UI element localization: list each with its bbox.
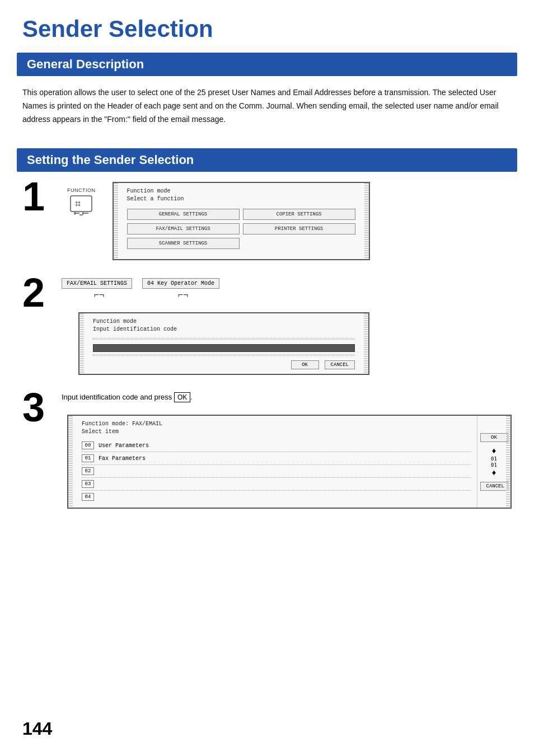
list-item-4[interactable]: 04 [82, 491, 471, 503]
ok-cancel-row: OK CANCEL [93, 360, 355, 369]
svg-text:⌗: ⌗ [75, 198, 81, 209]
step-3-instruction: Input identification code and press OK. [62, 393, 512, 401]
item-0-num: 00 [82, 442, 94, 449]
screen-dotted-right [364, 183, 369, 259]
fax-screen-main: Function mode: FAX/EMAIL Select item 00 … [76, 416, 477, 508]
item-3-num: 03 [82, 480, 94, 488]
item-0-label: User Parameters [99, 443, 149, 449]
fax-email-label-box: FAX/EMAIL SETTINGS [62, 278, 132, 289]
screen-2-dotted-left [79, 313, 84, 374]
scroll-down-icon[interactable]: ♦ [491, 468, 496, 477]
step-3-content: Input identification code and press OK. … [62, 393, 512, 509]
step-3: 3 Input identification code and press OK… [17, 393, 517, 509]
screen-dotted-left [114, 183, 118, 259]
screen-3-dotted-right [506, 416, 510, 508]
setting-section-header: Setting the Sender Selection [17, 148, 517, 172]
fax-email-settings-btn[interactable]: FAX/EMAIL SETTINGS [127, 223, 240, 234]
screen-2-inner: Function mode Input identification code [93, 318, 355, 369]
step-2-content: FAX/EMAIL SETTINGS ⌐¬ 04 Key Operator Mo… [62, 278, 512, 375]
item-2-num: 02 [82, 467, 94, 475]
item-1-label: Fax Parameters [99, 456, 146, 462]
step-1-screen: Function mode Select a function GENERAL … [113, 182, 370, 260]
general-description-text: This operation allows the user to select… [22, 86, 512, 126]
page-title: Sender Selection [0, 0, 534, 53]
item-1-num: 01 [82, 454, 94, 462]
list-item-2[interactable]: 02 [82, 465, 471, 478]
step2-arrow1: ⌐¬ [94, 290, 105, 300]
setting-section: 1 FUNCTION ⌗ [17, 182, 517, 509]
svg-rect-0 [71, 196, 92, 212]
step-1-content: FUNCTION ⌗ [62, 182, 512, 260]
screen-1-title: Function mode Select a function [127, 187, 355, 203]
fax-screen-side: OK ♦ 01 01 ♦ CANCEL [477, 416, 510, 508]
function-key: FUNCTION ⌗ [67, 187, 96, 217]
screen-2-dotted-right [364, 313, 368, 374]
step2-arrow2: ⌐¬ [178, 290, 189, 300]
general-settings-btn[interactable]: GENERAL SETTINGS [127, 209, 240, 220]
step-3-number: 3 [22, 387, 62, 428]
menu-buttons-grid: GENERAL SETTINGS COPIER SETTINGS FAX/EMA… [127, 209, 355, 249]
list-item-1[interactable]: 01 Fax Parameters [82, 452, 471, 465]
screen-1-inner: Function mode Select a function GENERAL … [127, 187, 355, 249]
step-2: 2 FAX/EMAIL SETTINGS ⌐¬ 04 Key Operator … [17, 278, 517, 375]
step-1-main: FUNCTION ⌗ [62, 182, 512, 260]
step-1: 1 FUNCTION ⌗ [17, 182, 517, 260]
printer-settings-btn[interactable]: PRINTER SETTINGS [243, 223, 355, 234]
step-3-screen: Function mode: FAX/EMAIL Select item 00 … [67, 415, 512, 509]
screen-3-dotted-left [68, 416, 73, 508]
scroll-num-1: 01 [491, 456, 497, 462]
scroll-num-2: 01 [491, 462, 497, 468]
scanner-settings-btn[interactable]: SCANNER SETTINGS [127, 238, 240, 249]
cancel-button-step2[interactable]: CANCEL [325, 360, 355, 369]
key-operator-label-box: 04 Key Operator Mode [142, 278, 219, 289]
step-2-screen: Function mode Input identification code [78, 312, 369, 375]
ok-button-step2[interactable]: OK [291, 360, 319, 369]
general-description-header: General Description [17, 53, 517, 76]
step-1-number: 1 [22, 176, 62, 217]
step-2-number: 2 [22, 273, 62, 313]
cancel-button-step3[interactable]: CANCEL [480, 482, 508, 491]
list-item-0[interactable]: 00 User Parameters [82, 439, 471, 452]
item-4-num: 04 [82, 493, 94, 501]
ok-button-step3[interactable]: OK [480, 433, 508, 442]
scroll-up-icon[interactable]: ♦ [491, 447, 496, 456]
page-number: 144 [22, 719, 52, 739]
screen-2-title: Function mode Input identification code [93, 318, 355, 334]
function-key-icon: ⌗ [69, 195, 93, 217]
ok-key-inline: OK [174, 393, 190, 401]
function-label: FUNCTION [67, 187, 96, 193]
input-bar [93, 344, 355, 352]
copier-settings-btn[interactable]: COPIER SETTINGS [243, 209, 355, 220]
screen-3-title: Function mode: FAX/EMAIL Select item [82, 420, 471, 436]
list-item-3[interactable]: 03 [82, 478, 471, 491]
